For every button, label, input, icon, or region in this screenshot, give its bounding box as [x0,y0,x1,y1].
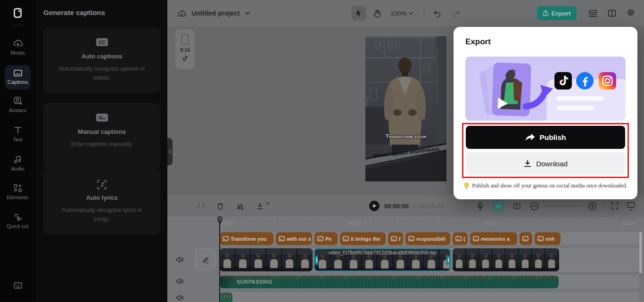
caption-clip[interactable]: with our s [276,232,312,245]
preview-quality-button[interactable] [627,201,636,211]
card-title: Auto lyrics [43,194,160,201]
top-toolbar: Untitled project 100% [167,0,644,26]
hand-icon [372,9,381,18]
timeline-ruler[interactable] [220,217,639,229]
chevron-down-icon [265,202,270,205]
capcut-logo-icon[interactable] [12,7,24,19]
caption-clip[interactable]: it brings the [340,232,386,245]
export-tip: Publish and show off your genius on soci… [454,182,637,189]
mute-audio-track-2-button[interactable] [176,294,184,302]
video-clip-1[interactable] [220,248,313,271]
hand-tool-button[interactable] [372,9,381,18]
ruler-label: 00:10 [348,220,361,226]
caption-clip[interactable]: Transform you [220,232,273,245]
lightbulb-icon [463,182,470,189]
rail-divider [12,25,24,25]
voiceover-mic-button[interactable] [477,202,484,211]
mirror-flip-icon[interactable] [236,202,245,210]
video-clip-2-selected[interactable]: video_f37lbd957bb67912d3baca8d0956b359.m… [314,248,451,271]
settings-button[interactable] [626,8,636,18]
sidebar-item-text[interactable]: Text [0,126,35,143]
app-window: Media Captions Avatars Text Audio Elemen… [0,0,644,302]
download-track-button[interactable] [256,202,270,210]
playhead-line[interactable] [219,218,220,302]
auto-captions-card[interactable]: CC Auto captions Automatically recognize… [43,27,160,93]
toolbar-divider [603,202,604,210]
sidebar-item-audio[interactable]: Audio [0,155,35,172]
redo-button[interactable] [452,9,461,17]
sidebar-item-avatars[interactable]: Avatars [0,96,35,114]
undo-icon [433,9,442,17]
cloud-sync-icon [177,9,187,17]
cloud-upload-icon [13,39,23,48]
cc-badge-icon: CC [43,38,160,47]
publish-button[interactable]: Publish [466,126,625,149]
caption-clip[interactable]: memories a [470,232,517,245]
fit-timeline-button[interactable] [611,202,619,210]
sidebar-item-elements[interactable]: Elements [0,183,35,201]
video-clip-3[interactable] [453,248,559,271]
sidebar-item-label: Avatars [9,107,26,114]
zoom-level-dropdown[interactable]: 100% [390,10,413,17]
timeline-scrollbar[interactable] [639,232,642,273]
zoom-out-button[interactable] [530,202,539,211]
caption-clip[interactable] [520,232,532,245]
sidebar-item-quick-cut[interactable]: Quick cut [0,212,35,230]
sidebar-item-label: Audio [11,166,24,172]
zoom-in-button[interactable] [588,202,597,211]
trim-handle-right[interactable] [446,255,450,265]
time-separator: | [413,203,415,209]
aspect-ratio-card[interactable]: 9:16 [175,29,195,69]
cursor-icon [355,9,363,17]
export-button[interactable]: Export [537,6,577,20]
redo-icon [452,9,461,17]
split-clip-button[interactable] [512,202,521,210]
trim-handle-left[interactable] [315,255,318,265]
timeline-zoom-slider[interactable] [545,205,582,206]
ratio-label: 9:16 [180,47,190,53]
tiktok-icon [182,55,188,62]
text-icon [13,126,23,135]
video-preview[interactable]: Transform your Vibrant aquatic environme… [365,36,446,181]
left-rail: Media Captions Avatars Text Audio Elemen… [0,0,35,302]
caption-clip[interactable]: responsibili [405,232,450,245]
undo-button[interactable] [433,9,442,17]
pencil-icon [201,255,210,264]
portrait-frame-icon [182,34,189,45]
download-button[interactable]: Download [466,152,625,175]
smart-tools-button[interactable] [492,199,505,212]
caption-clip[interactable]: f [388,232,403,245]
sidebar-item-captions[interactable]: Captions [0,69,35,86]
split-view-button[interactable] [607,9,617,17]
caption-clip[interactable]: enh [535,232,561,245]
chevron-down-icon[interactable] [245,11,250,15]
caption-clip[interactable]: Pe [314,232,338,245]
mute-video-track-button[interactable] [176,256,184,263]
trim-brackets-icon[interactable] [197,202,205,210]
timeline: 00:00 00:10 00:20 00:30 Transform you wi… [167,217,644,302]
track-manager-button[interactable] [588,9,598,17]
manual-captions-card[interactable]: Manual captions Enter captions manually. [43,103,160,169]
collapse-panel-handle[interactable] [167,138,173,165]
audio-clip[interactable]: SURPASSING [220,276,559,288]
auto-lyrics-card[interactable]: Auto lyrics Automatically recognize lyri… [43,169,160,235]
play-button[interactable] [369,201,380,211]
caption-clip[interactable]: ( [453,232,468,245]
export-button-label: Export [551,10,570,17]
audio-track-2-lane [220,292,639,302]
audio-clip-2[interactable] [220,293,232,302]
gear-icon [626,8,636,18]
sidebar-item-media[interactable]: Media [0,39,35,57]
edit-track-button[interactable] [195,249,216,270]
instagram-icon [599,72,616,90]
cursor-tool-button[interactable] [351,6,366,21]
quick-cut-icon [13,212,23,221]
elements-icon [13,183,23,193]
music-notes-icon [13,155,23,164]
project-name[interactable]: Untitled project [191,9,240,17]
playhead-handle[interactable] [217,216,223,225]
captions-icon [13,69,23,77]
mute-audio-track-button[interactable] [176,278,184,285]
keyboard-shortcuts-icon[interactable] [13,282,23,289]
delete-icon[interactable] [216,202,224,210]
